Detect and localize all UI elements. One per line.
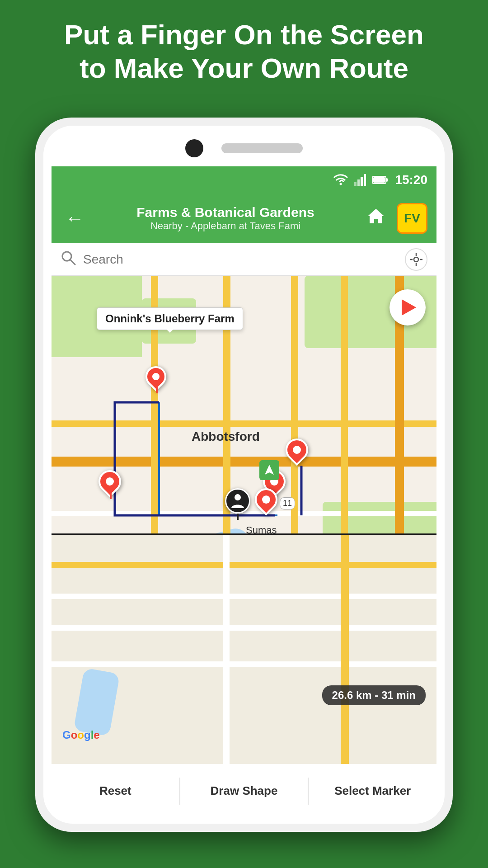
toolbar-title: Farms & Botanical Gardens bbox=[96, 205, 355, 220]
map-area[interactable]: Abbotsford Sumas Clearbrook Everson 546 … bbox=[52, 276, 436, 764]
svg-line-9 bbox=[70, 259, 75, 264]
camera-dot bbox=[185, 139, 203, 157]
distance-badge: 26.6 km - 31 min bbox=[322, 685, 426, 705]
lower-road-v1 bbox=[223, 535, 230, 764]
lower-road-3 bbox=[52, 625, 436, 631]
status-time: 15:20 bbox=[395, 173, 427, 187]
marker-3[interactable] bbox=[286, 439, 310, 467]
play-icon bbox=[402, 299, 416, 316]
svg-rect-3 bbox=[361, 177, 363, 186]
search-input[interactable] bbox=[83, 252, 398, 267]
lower-road-1 bbox=[52, 562, 436, 568]
status-icons: 15:20 bbox=[333, 173, 427, 187]
marker-2[interactable] bbox=[99, 470, 123, 499]
speaker-bar bbox=[221, 143, 303, 153]
lower-map bbox=[52, 535, 436, 764]
svg-rect-1 bbox=[354, 182, 357, 186]
lower-road-4 bbox=[52, 661, 436, 667]
svg-point-0 bbox=[340, 183, 342, 185]
map-tooltip: Onnink's Blueberry Farm bbox=[97, 307, 243, 330]
svg-rect-2 bbox=[357, 179, 360, 186]
svg-rect-7 bbox=[373, 177, 385, 183]
home-button[interactable] bbox=[362, 203, 389, 233]
toolbar-logo[interactable]: FV bbox=[397, 203, 427, 234]
person-marker[interactable] bbox=[225, 488, 250, 520]
toolbar-subtitle: Nearby - Applebarn at Taves Fami bbox=[96, 220, 355, 232]
signal-icon bbox=[354, 174, 366, 186]
lower-road-2 bbox=[52, 594, 436, 599]
status-bar: 15:20 bbox=[52, 166, 436, 193]
phone-frame: 15:20 ← Farms & Botanical Gardens Nearby… bbox=[35, 118, 453, 832]
location-button[interactable] bbox=[405, 248, 427, 271]
select-marker-button[interactable]: Select Marker bbox=[309, 766, 436, 816]
page-header: Put a Finger On the Screen to Make Your … bbox=[0, 18, 488, 85]
toolbar-title-area: Farms & Botanical Gardens Nearby - Apple… bbox=[96, 205, 355, 232]
lower-road-v2 bbox=[341, 535, 349, 764]
reset-button[interactable]: Reset bbox=[52, 766, 179, 816]
svg-point-10 bbox=[414, 257, 418, 262]
search-bar bbox=[52, 243, 436, 276]
back-button[interactable]: ← bbox=[61, 203, 89, 234]
app-toolbar: ← Farms & Botanical Gardens Nearby - App… bbox=[52, 193, 436, 243]
nav-icon[interactable] bbox=[259, 460, 279, 480]
marker-1[interactable] bbox=[145, 366, 168, 393]
search-icon bbox=[61, 250, 76, 269]
lower-water bbox=[73, 668, 120, 736]
phone-inner: 15:20 ← Farms & Botanical Gardens Nearby… bbox=[43, 126, 445, 824]
svg-point-16 bbox=[235, 494, 241, 500]
play-button[interactable] bbox=[389, 289, 426, 326]
phone-notch bbox=[43, 139, 445, 157]
svg-rect-4 bbox=[364, 174, 366, 186]
battery-icon bbox=[372, 175, 389, 184]
bottom-bar: Reset Draw Shape Select Marker bbox=[52, 766, 436, 816]
svg-rect-6 bbox=[386, 178, 388, 182]
google-logo: Google bbox=[62, 729, 100, 741]
wifi-icon bbox=[333, 174, 348, 186]
draw-shape-button[interactable]: Draw Shape bbox=[180, 766, 308, 816]
marker-5[interactable] bbox=[255, 488, 279, 517]
